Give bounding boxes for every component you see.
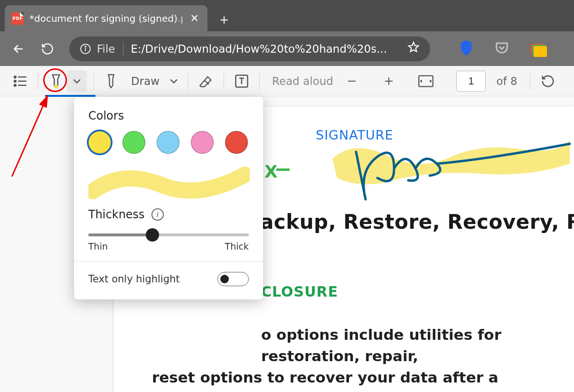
thickness-heading: Thickness [88,208,145,221]
highlighter-options-chevron[interactable] [67,70,87,92]
slider-max-label: Thick [225,241,249,252]
pdf-toolbar: Draw Read aloud of 8 [0,66,574,96]
text-only-toggle[interactable] [217,272,249,286]
sidebar-extension-icon[interactable] [531,44,544,54]
highlighter-options-popover: Colors Thickness i Thin Thick T [74,97,263,299]
draw-options-chevron[interactable] [166,76,181,86]
document-body: o options include utilities for restorat… [261,324,574,392]
highlighter-button[interactable] [45,70,67,92]
svg-point-2 [85,46,86,47]
close-tab-button[interactable]: ✕ [188,12,201,24]
table-of-contents-button[interactable] [9,72,31,90]
stroke-preview [88,165,249,204]
url-text: E:/Drive/Download/How%20to%20hand%20s... [131,43,400,55]
slider-min-label: Thin [88,241,108,252]
bookmark-star-icon[interactable] [407,41,420,56]
refresh-button[interactable] [41,42,54,56]
browser-tab[interactable]: PDF *document for signing (signed).p ✕ [5,5,207,31]
thickness-slider[interactable]: Thin Thick [88,233,249,252]
color-swatch-red[interactable] [225,131,248,154]
address-bar[interactable]: File E:/Drive/Download/How%20to%20hand%2… [69,37,430,61]
address-bar-row: File E:/Drive/Download/How%20to%20hand%2… [0,31,574,66]
highlighter-tool-group [45,70,87,92]
pdf-file-icon: PDF [11,12,24,25]
browser-chrome: PDF *document for signing (signed).p ✕ ＋… [0,0,574,66]
document-heading: ackup, Restore, Recovery, Repair, R [260,210,574,233]
color-swatches [88,131,249,154]
page-count-label: of 8 [496,75,517,87]
slider-thumb[interactable] [146,228,159,242]
password-manager-icon[interactable] [460,40,473,57]
color-swatch-green[interactable] [122,131,145,154]
tab-title: *document for signing (signed).p [29,13,183,24]
zoom-in-button[interactable] [379,73,398,90]
draw-pen-icon[interactable] [101,71,122,92]
tab-strip: PDF *document for signing (signed).p ✕ ＋ [0,0,574,31]
closure-label: CLOSURE [261,283,338,300]
fit-width-button[interactable] [414,72,437,90]
erase-button[interactable] [195,72,217,91]
info-icon [80,43,91,55]
active-tool-underline [45,95,95,97]
add-text-button[interactable] [231,71,253,91]
draw-label: Draw [131,75,160,87]
svg-point-5 [14,80,16,82]
rotate-button[interactable] [537,71,559,91]
annotation-arrow [9,91,62,181]
svg-point-7 [14,84,16,86]
colors-heading: Colors [88,109,249,122]
signature-drawing [323,126,574,213]
color-swatch-yellow[interactable] [88,131,111,154]
svg-rect-9 [54,85,57,88]
x-mark: X [264,162,278,181]
svg-line-16 [12,96,47,177]
zoom-out-button[interactable] [342,73,361,90]
text-only-toggle-label: Text only highlight [88,273,180,285]
read-aloud-button[interactable]: Read aloud [272,75,333,87]
pocket-icon[interactable] [495,41,509,56]
svg-point-3 [14,76,16,78]
color-swatch-pink[interactable] [191,131,214,154]
color-swatch-blue[interactable] [157,131,179,154]
new-tab-button[interactable]: ＋ [212,8,236,31]
thickness-info-icon[interactable]: i [151,208,164,221]
back-button[interactable] [11,42,26,56]
page-number-input[interactable] [456,71,486,92]
url-scheme-label: File [97,43,115,55]
